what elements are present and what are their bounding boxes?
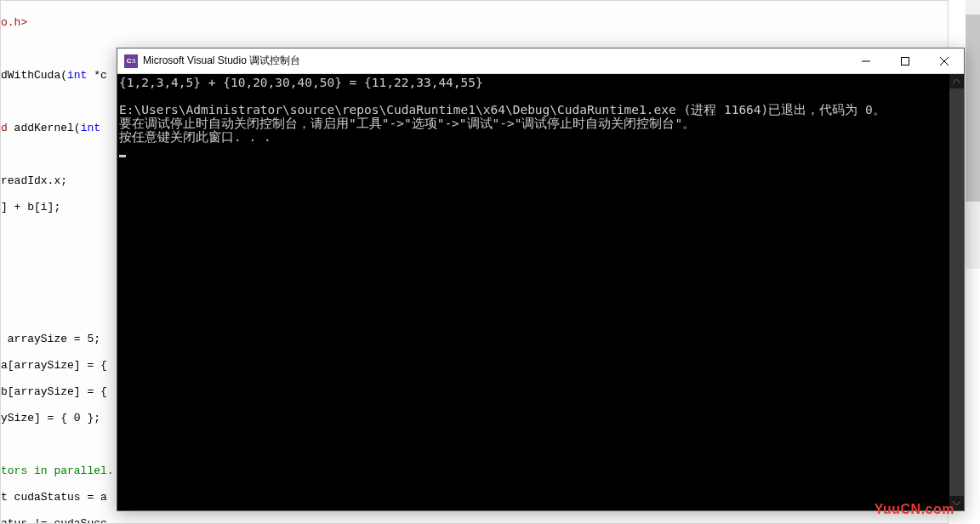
chevron-up-icon <box>953 79 960 83</box>
console-title: Microsoft Visual Studio 调试控制台 <box>143 54 846 68</box>
scroll-up-button[interactable] <box>949 74 964 88</box>
svg-rect-1 <box>902 57 909 65</box>
console-app-icon: C:\ <box>124 54 138 68</box>
console-titlebar[interactable]: C:\ Microsoft Visual Studio 调试控制台 <box>117 48 964 74</box>
scrollbar-thumb[interactable] <box>949 88 964 496</box>
maximize-button[interactable] <box>886 48 925 73</box>
editor-scrollbar-thumb[interactable] <box>966 14 980 202</box>
scrollbar-track[interactable] <box>949 88 964 496</box>
maximize-icon <box>901 57 909 66</box>
editor-scrollbar[interactable] <box>966 0 980 269</box>
watermark: YuuCN.com <box>875 502 954 517</box>
console-scrollbar[interactable] <box>949 74 964 510</box>
console-body[interactable]: {1,2,3,4,5} + {10,20,30,40,50} = {11,22,… <box>117 74 964 510</box>
console-cursor <box>119 155 126 157</box>
minimize-button[interactable] <box>846 48 886 73</box>
code-text: o.h> <box>1 16 27 29</box>
minimize-icon <box>862 57 870 66</box>
close-icon <box>940 57 949 66</box>
console-window: C:\ Microsoft Visual Studio 调试控制台 {1,2,3… <box>117 48 965 511</box>
console-output: {1,2,3,4,5} + {10,20,30,40,50} = {11,22,… <box>119 76 949 157</box>
window-controls <box>846 48 964 73</box>
close-button[interactable] <box>925 48 964 73</box>
